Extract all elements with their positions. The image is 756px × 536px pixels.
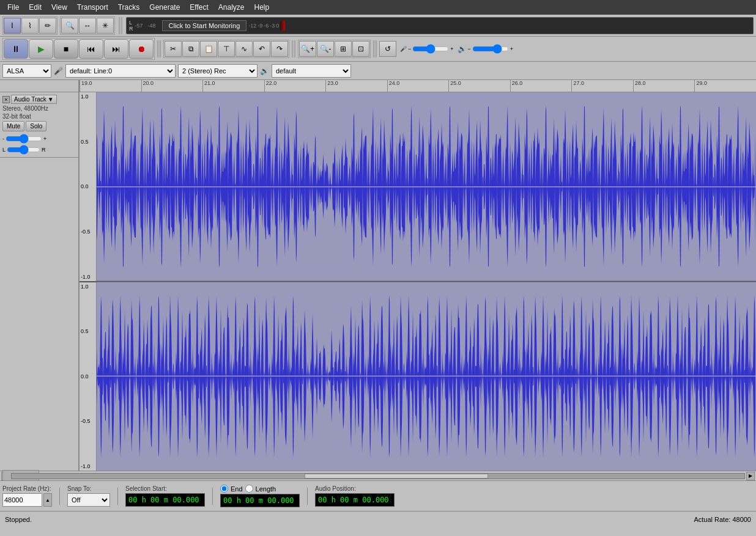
mic-icon: 🎤 (400, 46, 407, 52)
output-device-select[interactable]: default (272, 64, 351, 78)
horizontal-scrollbar: ◀ ▶ (0, 471, 756, 480)
menu-help[interactable]: Help (250, 2, 275, 13)
redo-btn[interactable]: ↷ (271, 41, 288, 57)
track-collapse-button[interactable]: ▲ (2, 470, 39, 471)
snap-select[interactable]: Off Nearest Prior (67, 493, 110, 507)
gain-max-label: + (450, 46, 453, 52)
copy-tool[interactable]: ⧉ (182, 41, 199, 57)
toolbar-separator-4 (373, 40, 377, 57)
pencil-tool[interactable]: ✏ (39, 18, 56, 34)
envelope-tool[interactable]: ⌇ (21, 18, 39, 34)
loop-btn[interactable]: ↺ (379, 41, 396, 57)
menu-analyze[interactable]: Analyze (213, 2, 250, 13)
rate-up-button[interactable]: ▲ (43, 493, 52, 507)
y-label-0-5: 0.5 (80, 139, 96, 145)
pan-row: L R (2, 145, 76, 155)
track-controls-panel: × Audio Track ▼ Stereo, 48000Hz 32-bit f… (0, 92, 80, 471)
y-label-1-0: 1.0 (80, 94, 96, 100)
selection-tool[interactable]: I (4, 18, 21, 34)
menu-bar: File Edit View Transport Tracks Generate… (0, 0, 756, 15)
input-gain-slider[interactable] (412, 45, 449, 53)
length-radio[interactable] (245, 485, 253, 493)
selection-start-input[interactable] (125, 493, 205, 507)
end-radio-label: End (231, 485, 243, 493)
snap-group: Snap To: Off Nearest Prior (67, 485, 110, 507)
y-label-0-0-b: 0.0 (80, 373, 96, 380)
ruler-mark-1: 20.0 (141, 80, 203, 92)
track-mute-solo-row: Mute Solo (2, 121, 76, 131)
y-label-neg1-0-b: -1.0 (80, 463, 96, 469)
ruler-mark-7: 26.0 (510, 80, 572, 92)
multi-tool[interactable]: ✳ (97, 18, 114, 34)
infobar-separator-2 (117, 488, 118, 505)
audio-position-input[interactable] (315, 493, 395, 507)
menu-effect[interactable]: Effect (185, 2, 213, 13)
output-vol-slider[interactable] (472, 45, 509, 53)
track-gain-slider[interactable] (6, 134, 42, 144)
click-to-start-monitoring-button[interactable]: Click to Start Monitoring (162, 20, 247, 31)
ruler-mark-2: 21.0 (202, 80, 264, 92)
input-device-select[interactable]: default: Line:0 (65, 64, 176, 78)
pause-button[interactable]: ⏸ (4, 39, 28, 59)
trim-tool[interactable]: ⊤ (218, 41, 235, 57)
solo-button[interactable]: Solo (26, 121, 46, 131)
toolbar-separator-1 (119, 17, 122, 34)
gain-min-label: − (408, 46, 411, 52)
menu-view[interactable]: View (46, 2, 72, 13)
zoom-tool[interactable]: 🔍 (61, 18, 78, 34)
ruler-mark-0: 19.0 (80, 80, 141, 92)
waveform-canvas-area[interactable]: 1.0 0.5 0.0 -0.5 -1.0 1.0 0.5 0.0 -0.5 -… (80, 92, 756, 471)
selection-start-group: Selection Start: (125, 485, 205, 507)
monitoring-bar: LR -57 -48 Click to Start Monitoring -12… (126, 17, 754, 34)
zoom-sel-btn[interactable]: ⊡ (352, 41, 369, 57)
menu-edit[interactable]: Edit (24, 2, 46, 13)
scrollbar-track[interactable] (11, 473, 745, 479)
zoom-in-btn[interactable]: 🔍+ (299, 41, 316, 57)
lr-label-top: LR (129, 20, 133, 32)
scroll-right-button[interactable]: ▶ (746, 472, 755, 480)
track-name-label: Audio Track (14, 96, 46, 103)
skip-forward-button[interactable]: ⏭ (104, 39, 128, 59)
track-pan-slider[interactable] (7, 145, 40, 155)
skip-back-button[interactable]: ⏮ (79, 39, 103, 59)
edit-group: ✂ ⧉ 📋 ⊤ ∿ ↶ ↷ (163, 40, 289, 58)
y-label-0-0: 0.0 (80, 183, 96, 189)
track-name-row: × Audio Track ▼ (2, 95, 76, 104)
track-close-button[interactable]: × (2, 96, 10, 103)
db-neg12: -12 (248, 23, 256, 29)
infobar-separator-1 (59, 488, 60, 505)
end-radio[interactable] (220, 485, 228, 493)
menu-generate[interactable]: Generate (144, 2, 185, 13)
scrollbar-thumb[interactable] (305, 474, 488, 479)
track-name-button[interactable]: Audio Track ▼ (11, 95, 57, 104)
gain-row: - + (2, 134, 76, 144)
end-time-input[interactable] (220, 494, 300, 507)
stop-button[interactable]: ■ (54, 39, 78, 59)
play-button[interactable]: ▶ (29, 39, 53, 59)
zoom-out-btn[interactable]: 🔍- (317, 41, 334, 57)
zoom-fit-btn[interactable]: ⊞ (335, 41, 352, 57)
menu-tracks[interactable]: Tracks (113, 2, 145, 13)
undo-btn[interactable]: ↶ (253, 41, 270, 57)
audio-driver-select[interactable]: ALSA (2, 64, 51, 78)
gain-minus-label: - (2, 136, 4, 142)
ruler-mark-3: 22.0 (264, 80, 326, 92)
audio-position-label: Audio Position: (315, 485, 395, 492)
timeshift-tool[interactable]: ↔ (79, 18, 96, 34)
menu-transport[interactable]: Transport (72, 2, 113, 13)
menu-file[interactable]: File (2, 2, 24, 13)
paste-tool[interactable]: 📋 (200, 41, 217, 57)
record-button[interactable]: ⏺ (129, 39, 154, 59)
y-label-neg0-5: -0.5 (80, 229, 96, 235)
project-rate-input[interactable] (2, 493, 42, 507)
cut-tool[interactable]: ✂ (165, 41, 182, 57)
mute-button[interactable]: Mute (2, 121, 24, 131)
channel-select[interactable]: 2 (Stereo) Rec (178, 64, 258, 78)
ruler-mark-8: 27.0 (571, 80, 633, 92)
ruler-mark-9: 28.0 (633, 80, 695, 92)
silence-tool[interactable]: ∿ (235, 41, 253, 57)
zoom-tool-group: 🔍 ↔ ✳ (60, 17, 115, 35)
infobar-separator-4 (307, 488, 308, 505)
db-label-48-top: -48 (148, 23, 160, 29)
device-toolbar: ALSA 🎤 default: Line:0 2 (Stereo) Rec 🔊 … (0, 62, 756, 80)
